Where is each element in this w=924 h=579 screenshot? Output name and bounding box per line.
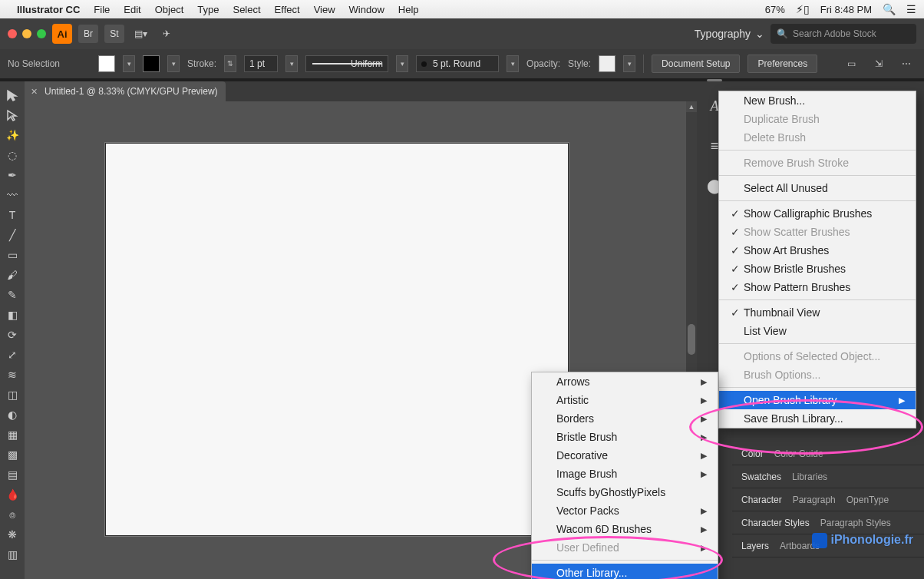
stroke-swatch[interactable] — [143, 55, 160, 72]
menu-item[interactable]: Arrows▶ — [532, 372, 718, 391]
menubar-edit[interactable]: Edit — [124, 4, 140, 15]
menubar-select[interactable]: Select — [233, 4, 260, 15]
scroll-thumb[interactable] — [688, 324, 695, 355]
dock-grip-icon[interactable] — [707, 79, 722, 81]
workspace-switcher[interactable]: Typography ⌄ — [695, 28, 764, 40]
brush-library-submenu[interactable]: Arrows▶Artistic▶Borders▶Bristle Brush▶De… — [531, 372, 718, 579]
column-graph-tool-icon[interactable]: ▥ — [2, 545, 22, 564]
eyedropper-tool-icon[interactable]: 🩸 — [2, 485, 22, 504]
graphic-style-swatch[interactable] — [599, 55, 615, 72]
fill-swatch[interactable] — [98, 55, 115, 72]
type-tool-icon[interactable]: T — [2, 206, 22, 224]
menubar-object[interactable]: Object — [155, 4, 184, 15]
artboard[interactable] — [105, 143, 569, 536]
stock-icon[interactable]: St — [104, 25, 124, 43]
tab-layers[interactable]: Layers — [741, 541, 769, 551]
menu-item[interactable]: List View — [719, 322, 916, 340]
panel-group-styles[interactable]: Character Styles Paragraph Styles — [732, 511, 924, 534]
mesh-tool-icon[interactable]: ▩ — [2, 445, 22, 464]
menu-item[interactable]: ✓Show Bristle Brushes — [719, 260, 916, 278]
stroke-stepper[interactable]: ⇅ — [224, 55, 236, 72]
close-tab-icon[interactable]: ✕ — [31, 87, 38, 97]
menu-item[interactable]: Wacom 6D Brushes▶ — [532, 520, 718, 538]
rectangle-tool-icon[interactable]: ▭ — [2, 246, 22, 264]
search-adobe-stock[interactable]: 🔍 Search Adobe Stock — [771, 24, 916, 44]
scale-tool-icon[interactable]: ⤢ — [2, 346, 22, 364]
scroll-up-arrow-icon[interactable]: ▲ — [686, 101, 697, 112]
menu-item[interactable]: Select All Unused — [719, 179, 916, 197]
menu-item[interactable]: Artistic▶ — [532, 391, 718, 409]
direct-selection-tool-icon[interactable] — [2, 106, 22, 124]
pen-tool-icon[interactable]: ✒︎ — [2, 166, 22, 184]
profile-dropdown[interactable]: ▾ — [396, 55, 408, 72]
opacity-label[interactable]: Opacity: — [526, 58, 560, 69]
line-segment-tool-icon[interactable]: ╱ — [2, 226, 22, 244]
brush-dropdown[interactable]: ▾ — [507, 55, 519, 72]
stroke-flyout[interactable]: ▾ — [167, 55, 180, 72]
magic-wand-tool-icon[interactable]: ✨ — [2, 126, 22, 144]
panel-group-character[interactable]: Character Paragraph OpenType — [732, 488, 924, 511]
document-setup-button[interactable]: Document Setup — [652, 55, 740, 73]
stroke-weight-field[interactable]: 1 pt — [244, 55, 278, 72]
free-transform-tool-icon[interactable]: ◫ — [2, 385, 22, 404]
gradient-tool-icon[interactable]: ▤ — [2, 465, 22, 484]
panel-group-color[interactable]: Color Color Guide — [732, 442, 924, 465]
zoom-window-button[interactable] — [37, 29, 46, 38]
preferences-button[interactable]: Preferences — [747, 55, 817, 73]
tab-paragraph[interactable]: Paragraph — [793, 495, 836, 505]
menu-item[interactable]: Vector Packs▶ — [532, 501, 718, 520]
align-icon[interactable]: ▭ — [841, 55, 861, 73]
gpu-rocket-icon[interactable]: ✈︎ — [157, 25, 177, 43]
shape-builder-tool-icon[interactable]: ◐ — [2, 405, 22, 424]
rotate-tool-icon[interactable]: ⟳ — [2, 326, 22, 344]
menubar-view[interactable]: View — [314, 4, 335, 15]
curvature-tool-icon[interactable]: 〰︎ — [2, 186, 22, 204]
window-traffic-lights[interactable] — [8, 29, 46, 38]
brush-definition-field[interactable]: 5 pt. Round — [416, 55, 499, 72]
width-tool-icon[interactable]: ≋ — [2, 366, 22, 384]
style-dropdown[interactable]: ▾ — [623, 55, 635, 72]
tab-swatches[interactable]: Swatches — [741, 471, 781, 482]
menubar-file[interactable]: File — [94, 4, 110, 15]
tab-character[interactable]: Character — [741, 495, 782, 505]
tab-color[interactable]: Color — [741, 448, 764, 459]
tab-libraries[interactable]: Libraries — [792, 471, 827, 482]
menu-item[interactable]: Bristle Brush▶ — [532, 428, 718, 446]
menu-item[interactable]: Decorative▶ — [532, 446, 718, 465]
tab-opentype[interactable]: OpenType — [846, 495, 889, 505]
arrange-documents-icon[interactable]: ▤▾ — [130, 25, 150, 43]
mac-menubar[interactable]: Illustrator CC File Edit Object Type Sel… — [0, 0, 924, 18]
eraser-tool-icon[interactable]: ◧ — [2, 306, 22, 324]
menu-item[interactable]: ✓Thumbnail View — [719, 303, 916, 322]
menu-item[interactable]: Image Brush▶ — [532, 465, 718, 483]
brushes-panel-menu[interactable]: New Brush...Duplicate BrushDelete BrushR… — [718, 91, 916, 428]
spotlight-search-icon[interactable]: 🔍 — [883, 3, 896, 15]
menu-item[interactable]: ✓Show Calligraphic Brushes — [719, 204, 916, 223]
document-tab[interactable]: ✕ Untitled-1 @ 8.33% (CMYK/GPU Preview) — [25, 81, 226, 101]
minimize-window-button[interactable] — [22, 29, 31, 38]
menu-item[interactable]: Borders▶ — [532, 409, 718, 428]
menu-item[interactable]: Other Library... — [532, 564, 718, 579]
menubar-help[interactable]: Help — [398, 4, 419, 15]
menu-item[interactable]: ✓Show Art Brushes — [719, 241, 916, 260]
menu-item[interactable]: Scuffs byGhostlyPixels — [532, 483, 718, 501]
menu-item[interactable]: Save Brush Library... — [719, 409, 916, 428]
tab-character-styles[interactable]: Character Styles — [741, 518, 810, 528]
menubar-app-name[interactable]: Illustrator CC — [17, 4, 80, 15]
menubar-list-icon[interactable]: ☰ — [906, 3, 916, 15]
menubar-window[interactable]: Window — [349, 4, 384, 15]
menu-item[interactable]: ✓Show Pattern Brushes — [719, 278, 916, 296]
menubar-effect[interactable]: Effect — [275, 4, 300, 15]
menu-item[interactable]: New Brush... — [719, 91, 916, 110]
close-window-button[interactable] — [8, 29, 17, 38]
panel-group-swatches[interactable]: Swatches Libraries — [732, 465, 924, 488]
bridge-icon[interactable]: Br — [78, 25, 98, 43]
transform-icon[interactable]: ⇲ — [869, 55, 889, 73]
shaper-tool-icon[interactable]: ✎ — [2, 286, 22, 304]
tab-color-guide[interactable]: Color Guide — [774, 448, 823, 459]
stroke-weight-dropdown[interactable]: ▾ — [285, 55, 298, 72]
more-options-icon[interactable]: ⋯ — [896, 55, 916, 73]
menu-item[interactable]: Open Brush Library▶ — [719, 391, 916, 409]
paintbrush-tool-icon[interactable]: 🖌︎ — [2, 266, 22, 284]
blend-tool-icon[interactable]: ⌾ — [2, 505, 22, 524]
